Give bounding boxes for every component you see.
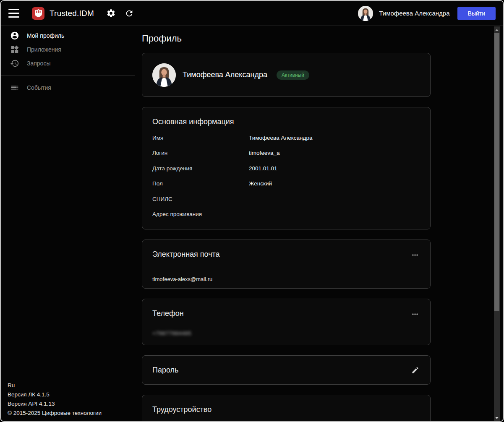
sidebar-item-requests[interactable]: Запросы (1, 56, 135, 70)
app-window: Trusted.IDM Тимофеева Александра Выйти (0, 0, 504, 422)
field-label: СНИЛС (152, 196, 249, 202)
sidebar-item-applications[interactable]: Приложения (1, 42, 135, 56)
password-card: Пароль (142, 355, 431, 385)
refresh-icon[interactable] (124, 8, 134, 18)
field-value: Женский (249, 180, 272, 187)
sidebar-divider (1, 75, 135, 76)
email-more-icon[interactable] (410, 250, 420, 260)
info-row-snils: СНИЛС (152, 191, 420, 207)
email-card-title: Электронная почта (152, 250, 220, 259)
profile-summary-card: Тимофеева Александра Активный (142, 53, 431, 97)
phone-card-title: Телефон (152, 309, 184, 318)
phone-more-icon[interactable] (410, 309, 420, 319)
language-switcher[interactable]: Ru (8, 381, 102, 390)
field-label: Имя (152, 135, 249, 141)
sidebar-item-label: События (27, 84, 51, 91)
app-title: Trusted.IDM (50, 9, 94, 18)
logout-button[interactable]: Выйти (457, 7, 496, 20)
field-value: 2001.01.01 (249, 165, 277, 172)
field-label: Дата рождения (152, 165, 249, 172)
info-row-gender: Пол Женский (152, 176, 420, 192)
info-row-address: Адрес проживания (152, 207, 420, 222)
scroll-up-arrow-icon[interactable] (494, 27, 500, 33)
sidebar-item-label: Приложения (27, 46, 61, 53)
info-row-name: Имя Тимофеева Александра (152, 130, 420, 146)
main-content: Профиль Тимофеева Александра Активный (135, 26, 503, 421)
edit-password-icon[interactable] (410, 365, 420, 375)
sidebar-item-label: Мой профиль (27, 32, 64, 39)
vertical-scrollbar[interactable] (494, 26, 500, 421)
shield-icon (35, 9, 42, 17)
field-label: Адрес проживания (152, 211, 249, 217)
list-icon (10, 83, 19, 92)
info-row-birthdate: Дата рождения 2001.01.01 (152, 161, 420, 176)
sidebar-item-my-profile[interactable]: Мой профиль (1, 29, 135, 42)
profile-name: Тимофеева Александра (183, 70, 267, 79)
basic-info-title: Основная информация (152, 117, 420, 126)
email-card: Электронная почта timofeeva-alexs@mail.r… (142, 240, 431, 289)
header-user-avatar[interactable] (358, 6, 373, 21)
page-title: Профиль (142, 33, 503, 44)
settings-icon[interactable] (106, 8, 116, 18)
field-label: Логин (152, 150, 249, 156)
top-header: Trusted.IDM Тимофеева Александра Выйти (1, 1, 503, 26)
phone-card: Телефон +79877984485 (142, 299, 431, 345)
sidebar-footer: Ru Версия ЛК 4.1.5 Версия API 4.1.13 © 2… (8, 381, 102, 418)
employment-card: Трудоустройство (142, 395, 431, 422)
password-card-title: Пароль (152, 366, 178, 375)
account-circle-icon (10, 31, 19, 40)
history-icon (10, 59, 19, 68)
field-label: Пол (152, 180, 249, 187)
copyright: © 2015-2025 Цифровые технологии (8, 409, 102, 418)
version-lk: Версия ЛК 4.1.5 (8, 390, 102, 399)
info-row-login: Логин timofeeva_a (152, 146, 420, 161)
basic-info-card: Основная информация Имя Тимофеева Алекса… (142, 107, 431, 229)
menu-icon[interactable] (8, 9, 19, 18)
email-value: timofeeva-alexs@mail.ru (152, 276, 420, 282)
field-value: timofeeva_a (249, 150, 280, 156)
sidebar-item-label: Запросы (27, 60, 50, 67)
sidebar: Мой профиль Приложения Запросы События (1, 26, 135, 421)
phone-value-redacted: +79877984485 (152, 330, 191, 336)
scroll-down-arrow-icon[interactable] (494, 415, 500, 421)
header-user-name: Тимофеева Александра (379, 10, 449, 17)
status-badge: Активный (277, 70, 309, 80)
field-value: Тимофеева Александра (249, 135, 312, 141)
sidebar-item-events[interactable]: События (1, 81, 135, 94)
app-logo[interactable] (32, 7, 44, 20)
employment-card-title: Трудоустройство (152, 405, 420, 414)
profile-avatar (152, 63, 176, 87)
apps-icon (10, 45, 19, 54)
version-api: Версия API 4.1.13 (8, 399, 102, 409)
scrollbar-thumb[interactable] (494, 33, 499, 311)
